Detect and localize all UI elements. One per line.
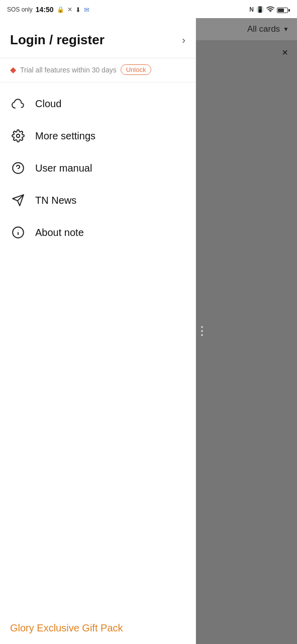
svg-point-2: [13, 163, 24, 174]
news-icon: [10, 192, 26, 208]
menu-item-user-manual[interactable]: User manual: [0, 152, 195, 184]
all-cards-arrow-icon: ▼: [283, 26, 289, 33]
trial-banner: ◆ Trial all features within 30 days Unlo…: [0, 58, 195, 83]
status-bar: SOS only 14:50 🔒 ✕ ⬇ ✉ N 📳: [0, 0, 297, 18]
mail-icon: ✉: [84, 6, 89, 14]
status-left: SOS only 14:50 🔒 ✕ ⬇ ✉: [7, 6, 89, 14]
menu-item-cloud[interactable]: Cloud: [0, 88, 195, 120]
login-section[interactable]: Login / register ›: [0, 18, 195, 58]
help-icon: [10, 160, 26, 176]
sos-text: SOS only: [7, 6, 33, 13]
menu-item-tn-news[interactable]: TN News: [0, 184, 195, 216]
svg-rect-9: [201, 334, 203, 336]
svg-point-0: [270, 11, 271, 12]
all-cards-label: All cards: [247, 24, 280, 34]
trial-text: Trial all features within 30 days: [20, 66, 117, 74]
svg-point-1: [17, 134, 20, 138]
diamond-icon: ◆: [10, 65, 16, 74]
right-panel: All cards ▼ ×: [196, 18, 297, 644]
main-layout: Login / register › ◆ Trial all features …: [0, 18, 297, 644]
status-right: N 📳: [249, 5, 290, 14]
menu-items-list: Cloud More settings: [0, 83, 195, 612]
svg-point-6: [18, 230, 18, 230]
info-icon: [10, 224, 26, 240]
login-chevron-icon: ›: [182, 34, 185, 46]
menu-item-more-settings[interactable]: More settings: [0, 120, 195, 152]
gift-pack-item[interactable]: Glory Exclusive Gift Pack: [0, 612, 195, 644]
more-settings-label: More settings: [35, 130, 95, 142]
wifi-icon: [266, 6, 274, 14]
unlock-button[interactable]: Unlock: [121, 64, 152, 75]
x-icon: ✕: [67, 6, 72, 13]
close-button[interactable]: ×: [277, 44, 293, 60]
user-manual-label: User manual: [35, 163, 92, 174]
nfc-icon: N: [249, 6, 254, 13]
lock-icon: 🔒: [57, 6, 64, 13]
vibrate-icon: 📳: [256, 6, 264, 13]
all-cards-header: All cards ▼: [196, 18, 297, 40]
battery-status-icon: [277, 5, 290, 14]
all-cards-button[interactable]: All cards ▼: [247, 24, 289, 34]
svg-rect-8: [201, 330, 203, 332]
drag-handle[interactable]: [196, 317, 208, 345]
login-title: Login / register: [10, 32, 105, 48]
status-time: 14:50: [36, 6, 54, 14]
menu-item-about-note[interactable]: About note: [0, 216, 195, 249]
download-icon: ⬇: [75, 6, 81, 14]
gift-pack-label: Glory Exclusive Gift Pack: [10, 622, 123, 633]
svg-point-3: [18, 171, 18, 171]
menu-panel: Login / register › ◆ Trial all features …: [0, 18, 196, 644]
close-icon: ×: [282, 47, 288, 58]
settings-icon: [10, 128, 26, 144]
about-note-label: About note: [35, 227, 84, 238]
cloud-icon: [10, 96, 26, 112]
cloud-label: Cloud: [35, 98, 61, 110]
svg-rect-7: [201, 326, 203, 328]
tn-news-label: TN News: [35, 195, 76, 206]
